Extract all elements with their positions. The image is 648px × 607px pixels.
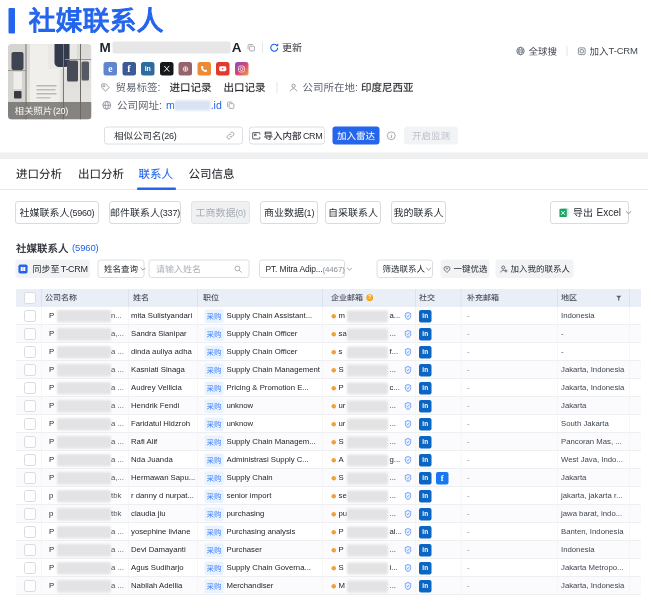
svg-text:?: ? xyxy=(368,295,371,300)
